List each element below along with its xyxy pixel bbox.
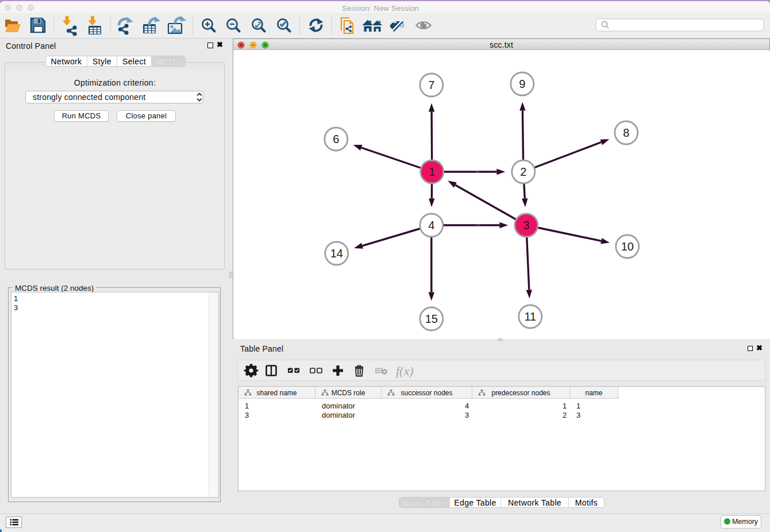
svg-text:7: 7 <box>428 79 434 91</box>
svg-text:9: 9 <box>519 78 525 90</box>
svg-text:10: 10 <box>621 240 634 253</box>
svg-text:2: 2 <box>520 165 526 178</box>
svg-text:4: 4 <box>428 219 434 232</box>
svg-text:8: 8 <box>623 126 629 139</box>
svg-text:14: 14 <box>330 247 343 260</box>
svg-text:11: 11 <box>524 310 536 323</box>
svg-text:15: 15 <box>425 313 438 325</box>
svg-text:6: 6 <box>333 133 339 145</box>
svg-text:3: 3 <box>523 219 529 232</box>
svg-text:f(x): f(x) <box>396 364 414 378</box>
svg-text:1: 1 <box>429 165 435 178</box>
